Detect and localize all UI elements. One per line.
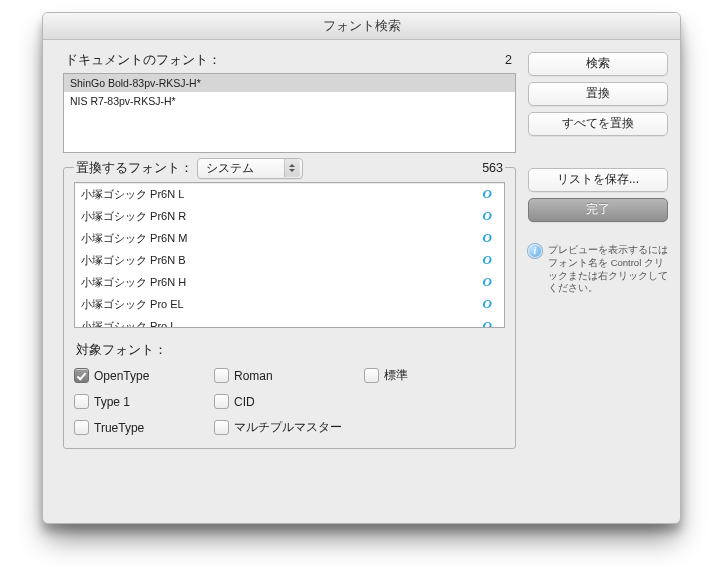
target-type1-checkbox[interactable]: Type 1 bbox=[74, 394, 214, 409]
replacement-font-name: 小塚ゴシック Pro EL bbox=[81, 297, 184, 311]
opentype-badge-icon: O bbox=[483, 297, 498, 311]
popup-arrows-icon bbox=[284, 159, 300, 177]
target-opentype-label: OpenType bbox=[94, 369, 149, 383]
replacement-fieldset: 置換するフォント： システム 563 小塚ゴシック Pr6N LO小塚ゴシック … bbox=[63, 167, 516, 449]
document-font-row[interactable]: NIS R7-83pv-RKSJ-H* bbox=[64, 92, 515, 110]
checkbox-icon bbox=[214, 420, 229, 435]
target-fonts-group: OpenTypeRoman標準Type 1CIDTrueTypeマルチプルマスタ… bbox=[74, 367, 505, 436]
replacement-font-row[interactable]: 小塚ゴシック Pro ELO bbox=[75, 293, 504, 315]
font-source-value: システム bbox=[206, 160, 254, 177]
opentype-badge-icon: O bbox=[483, 209, 498, 223]
document-fonts-label: ドキュメントのフォント： bbox=[65, 52, 221, 69]
document-fonts-list[interactable]: ShinGo Bold-83pv-RKSJ-H*NIS R7-83pv-RKSJ… bbox=[63, 73, 516, 153]
target-cid-label: CID bbox=[234, 395, 255, 409]
checkbox-icon bbox=[214, 394, 229, 409]
replacement-font-name: 小塚ゴシック Pro L bbox=[81, 319, 176, 328]
target-fonts-label: 対象フォント： bbox=[76, 342, 505, 359]
replacement-font-row[interactable]: 小塚ゴシック Pr6N HO bbox=[75, 271, 504, 293]
replacement-fonts-count: 563 bbox=[482, 161, 503, 175]
replacement-font-name: 小塚ゴシック Pr6N L bbox=[81, 187, 184, 201]
target-standard-label: 標準 bbox=[384, 367, 408, 384]
replacement-font-name: 小塚ゴシック Pr6N R bbox=[81, 209, 186, 223]
button-column: 検索 置換 すべてを置換 リストを保存... 完了 プレビューを表示するにはフォ… bbox=[516, 52, 668, 513]
replacement-font-row[interactable]: 小塚ゴシック Pr6N BO bbox=[75, 249, 504, 271]
replacement-font-row[interactable]: 小塚ゴシック Pr6N RO bbox=[75, 205, 504, 227]
replacement-font-name: 小塚ゴシック Pr6N M bbox=[81, 231, 187, 245]
target-mm-label: マルチプルマスター bbox=[234, 419, 342, 436]
target-mm-checkbox[interactable]: マルチプルマスター bbox=[214, 419, 364, 436]
target-roman-label: Roman bbox=[234, 369, 273, 383]
checkbox-icon bbox=[74, 394, 89, 409]
target-roman-checkbox[interactable]: Roman bbox=[214, 367, 364, 384]
target-opentype-checkbox[interactable]: OpenType bbox=[74, 367, 214, 384]
replace-all-button[interactable]: すべてを置換 bbox=[528, 112, 668, 136]
replacement-font-row[interactable]: 小塚ゴシック Pr6N LO bbox=[75, 183, 504, 205]
replacement-fonts-label: 置換するフォント： bbox=[76, 160, 197, 177]
replacement-font-row[interactable]: 小塚ゴシック Pr6N MO bbox=[75, 227, 504, 249]
opentype-badge-icon: O bbox=[483, 275, 498, 289]
info-icon bbox=[528, 244, 542, 258]
target-truetype-checkbox[interactable]: TrueType bbox=[74, 419, 214, 436]
document-font-row[interactable]: ShinGo Bold-83pv-RKSJ-H* bbox=[64, 74, 515, 92]
opentype-badge-icon: O bbox=[483, 319, 498, 328]
replace-button[interactable]: 置換 bbox=[528, 82, 668, 106]
document-fonts-count: 2 bbox=[505, 53, 512, 67]
preview-hint: プレビューを表示するにはフォント名を Control クリックまたは右クリックし… bbox=[528, 244, 668, 295]
checkbox-icon bbox=[214, 368, 229, 383]
save-list-button[interactable]: リストを保存... bbox=[528, 168, 668, 192]
checkbox-icon bbox=[74, 420, 89, 435]
preview-hint-text: プレビューを表示するにはフォント名を Control クリックまたは右クリックし… bbox=[548, 244, 668, 295]
opentype-badge-icon: O bbox=[483, 253, 498, 267]
checkbox-icon bbox=[74, 368, 89, 383]
replacement-font-name: 小塚ゴシック Pr6N H bbox=[81, 275, 186, 289]
target-type1-label: Type 1 bbox=[94, 395, 130, 409]
search-button[interactable]: 検索 bbox=[528, 52, 668, 76]
checkbox-icon bbox=[364, 368, 379, 383]
font-search-window: フォント検索 ドキュメントのフォント： 2 ShinGo Bold-83pv-R… bbox=[42, 12, 681, 524]
window-title: フォント検索 bbox=[43, 13, 680, 40]
target-truetype-label: TrueType bbox=[94, 421, 144, 435]
done-button[interactable]: 完了 bbox=[528, 198, 668, 222]
window-content: ドキュメントのフォント： 2 ShinGo Bold-83pv-RKSJ-H*N… bbox=[43, 40, 680, 523]
replacement-font-name: 小塚ゴシック Pr6N B bbox=[81, 253, 186, 267]
replacement-fonts-list[interactable]: 小塚ゴシック Pr6N LO小塚ゴシック Pr6N RO小塚ゴシック Pr6N … bbox=[74, 182, 505, 328]
target-standard-checkbox[interactable]: 標準 bbox=[364, 367, 504, 384]
opentype-badge-icon: O bbox=[483, 187, 498, 201]
opentype-badge-icon: O bbox=[483, 231, 498, 245]
replacement-font-row[interactable]: 小塚ゴシック Pro LO bbox=[75, 315, 504, 328]
font-source-popup[interactable]: システム bbox=[197, 158, 303, 179]
target-cid-checkbox[interactable]: CID bbox=[214, 394, 364, 409]
